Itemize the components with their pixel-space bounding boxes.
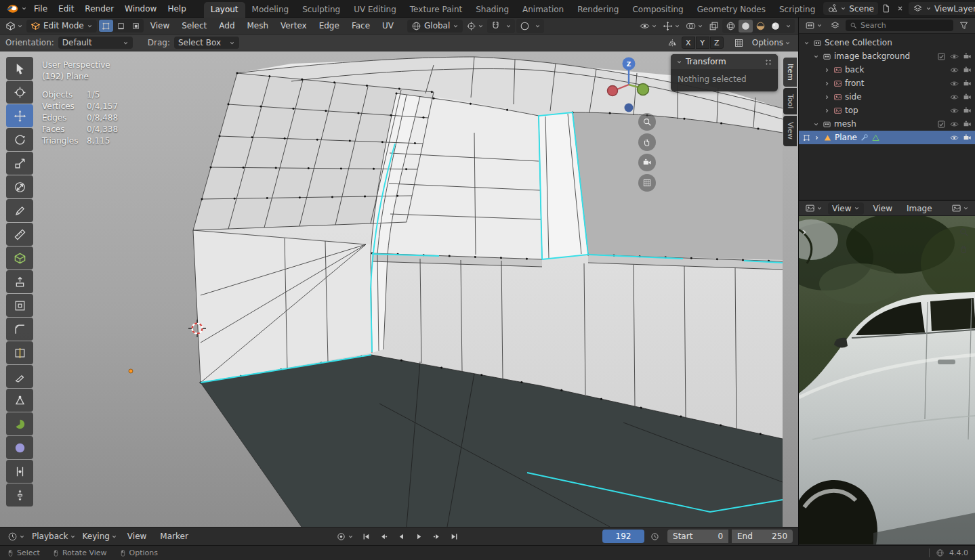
pan-button[interactable] xyxy=(638,133,656,151)
tree-row-side[interactable]: side xyxy=(799,90,975,104)
tool-rotate-button[interactable] xyxy=(6,128,33,151)
tree-row-back[interactable]: back xyxy=(799,63,975,77)
blender-logo-icon[interactable] xyxy=(5,3,27,15)
menu-uv[interactable]: UV xyxy=(377,20,399,32)
toggle-perspective-button[interactable] xyxy=(638,174,656,192)
menu-help[interactable]: Help xyxy=(162,3,191,15)
menu-window[interactable]: Window xyxy=(119,3,162,15)
editor-type-button[interactable] xyxy=(3,20,25,33)
workspace-tab-modeling[interactable]: Modeling xyxy=(245,2,296,18)
region-expand-arrow-icon[interactable] xyxy=(800,228,808,236)
eye-icon[interactable] xyxy=(950,66,959,74)
menu-edit[interactable]: Edit xyxy=(53,3,79,15)
tree-row-top[interactable]: top xyxy=(799,104,975,117)
zoom-icon[interactable] xyxy=(959,227,969,237)
workspace-tab-sculpting[interactable]: Sculpting xyxy=(295,2,347,18)
reference-image-canvas[interactable] xyxy=(799,216,975,544)
tool-tweak-button[interactable] xyxy=(6,57,33,80)
image-datablock-selector[interactable] xyxy=(949,202,971,215)
snap-settings-dropdown[interactable] xyxy=(503,20,514,33)
tool-cursor-button[interactable] xyxy=(6,81,33,104)
expand-toggle[interactable] xyxy=(823,93,831,101)
shading-wireframe-button[interactable] xyxy=(724,20,738,33)
workspace-tab-animation[interactable]: Animation xyxy=(516,2,571,18)
tool-move-button[interactable] xyxy=(6,104,33,127)
play-reverse-button[interactable] xyxy=(394,530,409,543)
select-mode-vertex-button[interactable] xyxy=(99,20,113,32)
tool-add-cube-button[interactable] xyxy=(6,246,33,270)
viewport-canvas[interactable]: Z xyxy=(0,51,798,527)
tool-smooth-button[interactable] xyxy=(6,436,33,459)
jump-to-start-button[interactable] xyxy=(358,530,373,543)
transform-panel-header[interactable]: Transform xyxy=(671,54,778,69)
show-gizmo-dropdown[interactable] xyxy=(661,20,682,33)
proportional-falloff-dropdown[interactable] xyxy=(533,20,543,33)
camera-icon[interactable] xyxy=(963,79,972,88)
sidebar-tab-tool[interactable]: Tool xyxy=(783,88,797,114)
workspace-tab-scripting[interactable]: Scripting xyxy=(772,2,822,18)
orientation-default-dropdown[interactable]: Default xyxy=(58,37,133,49)
workspace-tab-rendering[interactable]: Rendering xyxy=(571,2,625,18)
menu-mesh[interactable]: Mesh xyxy=(242,20,274,32)
object-type-visibility-dropdown[interactable] xyxy=(638,20,659,33)
camera-icon[interactable] xyxy=(963,93,972,102)
menu-add[interactable]: Add xyxy=(213,20,240,32)
jump-to-next-keyframe-button[interactable] xyxy=(429,530,444,543)
expand-toggle[interactable] xyxy=(823,80,831,87)
tool-poly-build-button[interactable] xyxy=(6,389,33,412)
outliner-search-input[interactable]: Search xyxy=(846,20,953,31)
axis-y-ball[interactable] xyxy=(638,84,649,95)
camera-icon[interactable] xyxy=(963,120,972,129)
frame-start-field[interactable]: Start 0 xyxy=(667,530,728,543)
jump-to-end-button[interactable] xyxy=(447,530,461,543)
snap-toggle-button[interactable] xyxy=(489,20,503,33)
timeline-editor-type-button[interactable] xyxy=(5,530,27,543)
axis-x-ball[interactable] xyxy=(608,86,618,96)
expand-toggle[interactable] xyxy=(823,107,831,114)
unlink-scene-button[interactable] xyxy=(894,3,907,15)
workspace-tab-uv-editing[interactable]: UV Editing xyxy=(347,2,403,18)
tree-row-front[interactable]: front xyxy=(799,77,975,90)
proportional-edit-button[interactable] xyxy=(518,20,532,33)
workspace-tab-geometry-nodes[interactable]: Geometry Nodes xyxy=(690,2,772,18)
snap-base-button[interactable] xyxy=(732,37,746,49)
camera-icon[interactable] xyxy=(963,106,972,115)
pivot-point-dropdown[interactable] xyxy=(464,20,486,33)
tool-loop-cut-button[interactable] xyxy=(6,341,33,364)
hand-icon[interactable] xyxy=(959,244,969,254)
camera-view-button[interactable] xyxy=(638,154,656,171)
workspace-tab-texture-paint[interactable]: Texture Paint xyxy=(403,2,469,18)
tool-transform-button[interactable] xyxy=(6,175,33,198)
menu-select[interactable]: Select xyxy=(176,20,212,32)
network-icon[interactable] xyxy=(936,548,945,557)
current-frame-field[interactable]: 192 xyxy=(602,530,644,543)
shading-material-button[interactable] xyxy=(753,20,768,33)
checkbox-icon[interactable] xyxy=(937,52,946,61)
workspace-tab-compositing[interactable]: Compositing xyxy=(625,2,690,18)
expand-toggle[interactable] xyxy=(823,66,831,74)
jump-to-prev-keyframe-button[interactable] xyxy=(376,530,391,543)
tree-row-scene-collection[interactable]: Scene Collection xyxy=(799,36,975,49)
tool-bevel-button[interactable] xyxy=(6,318,33,341)
workspace-tab-layout[interactable]: Layout xyxy=(204,2,245,18)
sidebar-tab-view[interactable]: View xyxy=(783,116,797,146)
mode-dropdown[interactable]: Edit Mode xyxy=(26,20,97,33)
tool-options-dropdown[interactable]: Options xyxy=(750,37,793,49)
menu-view[interactable]: View xyxy=(145,20,175,32)
tool-shrink-fatten-button[interactable] xyxy=(6,483,33,507)
tool-annotate-button[interactable] xyxy=(6,199,33,222)
zoom-button[interactable] xyxy=(638,113,656,131)
camera-icon[interactable] xyxy=(963,133,972,142)
select-mode-edge-button[interactable] xyxy=(114,20,128,32)
camera-icon[interactable] xyxy=(963,66,972,74)
tree-row-image-background[interactable]: image background xyxy=(799,49,975,63)
timeline-marker-menu[interactable]: Marker xyxy=(154,530,193,542)
menu-edge[interactable]: Edge xyxy=(314,20,345,32)
axis-negative-z-ball[interactable] xyxy=(625,104,634,112)
menu-file[interactable]: File xyxy=(28,3,53,15)
image-editor-type-button[interactable] xyxy=(803,202,825,215)
tree-row-plane[interactable]: Plane xyxy=(799,131,975,144)
transform-orientation-dropdown[interactable]: Global xyxy=(407,20,463,33)
mirror-y-button[interactable]: Y xyxy=(696,37,709,49)
shading-rendered-button[interactable] xyxy=(768,20,783,33)
